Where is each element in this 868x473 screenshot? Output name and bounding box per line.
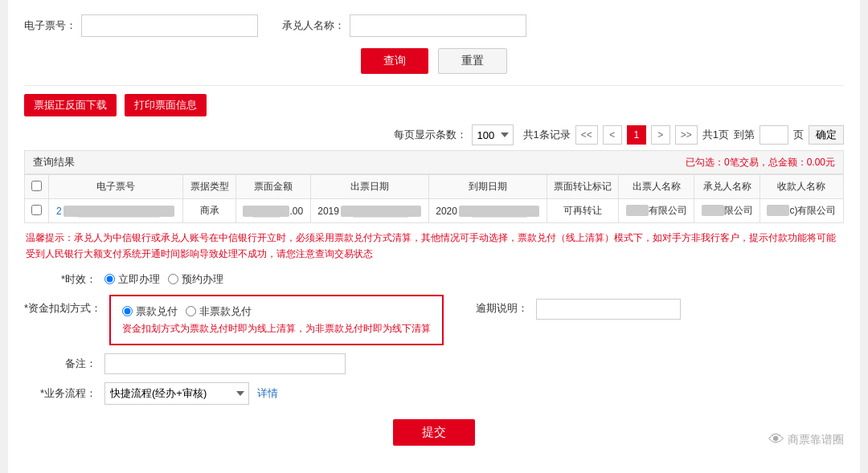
row-ticket-no[interactable]: 2████████████	[49, 199, 183, 223]
table-body: 2████████████ 商承 ████.00 2019████████ 20…	[25, 199, 844, 223]
query-button[interactable]: 查询	[361, 48, 428, 74]
row-payee: c)有限公司	[760, 199, 843, 223]
total-pages: 共1页	[702, 128, 729, 142]
results-header: 查询结果 已勾选：0笔交易，总金额：0.00元	[24, 150, 844, 174]
results-summary: 已勾选：0笔交易，总金额：0.00元	[686, 156, 835, 169]
col-transfer-mark: 票面转让标记	[547, 175, 619, 199]
overdue-input[interactable]	[536, 299, 681, 320]
note-input[interactable]	[104, 353, 346, 374]
fund-ticket-label: 票款兑付	[136, 304, 178, 319]
action-row: 票据正反面下载 打印票面信息	[24, 94, 844, 116]
effect-schedule-label: 预约办理	[182, 272, 223, 287]
print-button[interactable]: 打印票面信息	[125, 94, 207, 116]
fund-nonticket-label: 非票款兑付	[199, 304, 252, 319]
search-form: 电子票号： 承兑人名称：	[24, 14, 844, 37]
process-detail-link[interactable]: 详情	[257, 386, 278, 401]
warning-box: 温馨提示：承兑人为中信银行或承兑人账号在中信银行开立时，必须采用票款兑付方式清算…	[24, 230, 844, 263]
row-acceptor: 限公司	[694, 199, 760, 223]
fund-label: *资金扣划方式：	[24, 301, 101, 316]
select-all-checkbox[interactable]	[31, 181, 42, 191]
fund-options-row: 票款兑付 非票款兑付	[122, 304, 431, 319]
effect-immediate-option[interactable]: 立即办理	[104, 272, 160, 287]
table-row: 2████████████ 商承 ████.00 2019████████ 20…	[25, 199, 844, 223]
row-due-date: 2020████████	[428, 199, 547, 223]
data-table: 电子票号 票据类型 票面金额 出票日期 到期日期 票面转让标记 出票人名称 承兑…	[24, 174, 844, 223]
ticket-no-field: 电子票号：	[24, 14, 258, 37]
col-issuer: 出票人名称	[619, 175, 694, 199]
row-transfer-mark: 可再转让	[547, 199, 619, 223]
col-checkbox	[25, 175, 49, 199]
submit-row: 提交	[24, 419, 844, 446]
process-row: *业务流程： 快捷流程(经办+审核) 详情	[24, 382, 844, 405]
page-wrapper: 电子票号： 承兑人名称： 查询 重置 票据正反面下载 打印票面信息 每页显示条数…	[8, 0, 860, 473]
prev-page-button[interactable]: <	[603, 125, 622, 145]
goto-confirm-button[interactable]: 确定	[809, 125, 844, 145]
fund-row: *资金扣划方式： 票款兑付 非票款兑付 资金扣划方式为票款兑付时即为线上清算，为…	[24, 295, 844, 345]
col-ticket-type: 票据类型	[183, 175, 236, 199]
col-issue-date: 出票日期	[310, 175, 428, 199]
results-title: 查询结果	[33, 155, 75, 169]
ticket-no-label: 电子票号：	[24, 18, 76, 33]
effect-schedule-radio[interactable]	[168, 274, 178, 284]
row-ticket-type: 商承	[183, 199, 236, 223]
fund-ticket-radio[interactable]	[122, 306, 133, 316]
row-checkbox[interactable]	[31, 205, 42, 215]
note-row: 备注：	[24, 353, 844, 374]
goto-page-input[interactable]	[760, 125, 788, 145]
warning-text: 温馨提示：承兑人为中信银行或承兑人账号在中信银行开立时，必须采用票款兑付方式清算…	[26, 232, 836, 259]
selected-count: 0	[724, 157, 730, 168]
fund-hint: 资金扣划方式为票款兑付时即为线上清算，为非票款兑付时即为线下清算	[122, 322, 431, 336]
note-label: 备注：	[24, 357, 96, 371]
effect-schedule-option[interactable]: 预约办理	[168, 272, 223, 287]
fund-ticket-option[interactable]: 票款兑付	[122, 304, 178, 319]
first-page-button[interactable]: <<	[575, 125, 598, 145]
col-ticket-no: 电子票号	[49, 175, 183, 199]
effect-immediate-radio[interactable]	[104, 274, 115, 284]
row-amount: ████.00	[236, 199, 311, 223]
overdue-label: 逾期说明：	[476, 301, 528, 316]
search-buttons: 查询 重置	[24, 48, 844, 74]
total-records: 共1条记录	[523, 128, 571, 142]
process-select[interactable]: 快捷流程(经办+审核)	[104, 382, 249, 405]
row-checkbox-cell[interactable]	[25, 199, 49, 223]
submit-button[interactable]: 提交	[393, 419, 475, 446]
col-payee: 收款人名称	[760, 175, 843, 199]
last-page-button[interactable]: >>	[675, 125, 698, 145]
acceptor-input[interactable]	[350, 14, 526, 37]
page-size-select[interactable]: 100 10 20 50	[472, 124, 514, 145]
page-size-label: 每页显示条数：	[394, 128, 467, 142]
row-issue-date: 2019████████	[310, 199, 428, 223]
pagination-row: 每页显示条数： 100 10 20 50 共1条记录 << < 1 > >> 共…	[24, 124, 844, 145]
col-acceptor: 承兑人名称	[694, 175, 760, 199]
table-header-row: 电子票号 票据类型 票面金额 出票日期 到期日期 票面转让标记 出票人名称 承兑…	[25, 175, 844, 199]
next-page-button[interactable]: >	[651, 125, 670, 145]
download-button[interactable]: 票据正反面下载	[24, 94, 117, 116]
summary-mid: 笔交易，总金额：	[730, 157, 807, 168]
fund-nonticket-option[interactable]: 非票款兑付	[186, 304, 252, 319]
effect-label: *时效：	[24, 272, 96, 287]
summary-prefix: 已勾选：	[686, 157, 724, 168]
fund-box: 票款兑付 非票款兑付 资金扣划方式为票款兑付时即为线上清算，为非票款兑付时即为线…	[109, 295, 444, 345]
bottom-form: *时效： 立即办理 预约办理 *资金扣划方式： 票款兑付	[24, 272, 844, 405]
acceptor-field: 承兑人名称：	[282, 14, 526, 37]
effect-immediate-label: 立即办理	[118, 272, 160, 287]
process-label: *业务流程：	[24, 386, 96, 401]
goto-label: 到第	[734, 128, 755, 142]
row-issuer: 有限公司	[619, 199, 694, 223]
total-amount: 0.00元	[807, 157, 835, 168]
col-due-date: 到期日期	[428, 175, 547, 199]
col-amount: 票面金额	[236, 175, 311, 199]
page-unit: 页	[793, 128, 804, 142]
reset-button[interactable]: 重置	[438, 48, 507, 74]
fund-nonticket-radio[interactable]	[186, 306, 196, 316]
current-page-button[interactable]: 1	[627, 125, 646, 145]
ticket-no-input[interactable]	[81, 14, 258, 37]
acceptor-label: 承兑人名称：	[282, 18, 345, 33]
effect-row: *时效： 立即办理 预约办理	[24, 272, 844, 287]
